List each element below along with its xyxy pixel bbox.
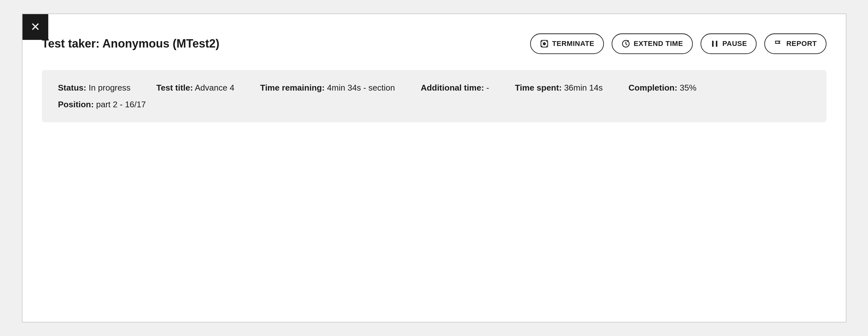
pause-icon [710,39,719,48]
main-window: ✕ Test taker: Anonymous (MTest2) TERMINA… [22,13,846,323]
report-button[interactable]: REPORT [764,33,826,54]
svg-rect-4 [716,41,717,47]
status-item: Status: In progress [58,83,130,93]
time-spent-label: Time spent: [515,83,562,93]
completion-value-text: 35% [680,83,696,93]
extend-time-label: EXTEND TIME [633,39,683,48]
position-value-text: part 2 - 16/17 [96,100,146,109]
status-value-text: In progress [88,83,130,93]
info-panel: Status: In progress Test title: Advance … [42,70,827,122]
svg-rect-3 [712,41,713,47]
time-remaining-item: Time remaining: 4min 34s - section [260,83,395,93]
test-title-item: Test title: Advance 4 [156,83,235,93]
completion-item: Completion: 35% [628,83,696,93]
status-label: Status: [58,83,86,93]
close-button[interactable]: ✕ [23,14,48,40]
terminate-icon [540,39,549,48]
time-remaining-value-text: 4min 34s - section [327,83,395,93]
extend-time-button[interactable]: EXTEND TIME [612,33,692,54]
info-row-1: Status: In progress Test title: Advance … [58,83,810,93]
page-title: Test taker: Anonymous (MTest2) [42,37,219,51]
report-label: REPORT [786,39,816,48]
pause-button[interactable]: PAUSE [700,33,756,54]
test-title-value-text: Advance 4 [194,83,234,93]
position-label: Position: [58,100,94,109]
header: Test taker: Anonymous (MTest2) TERMINATE [23,14,846,64]
time-remaining-label: Time remaining: [260,83,325,93]
terminate-label: TERMINATE [552,39,594,48]
position-item: Position: part 2 - 16/17 [58,100,146,109]
info-row-2: Position: part 2 - 16/17 [58,100,810,109]
additional-time-label: Additional time: [421,83,484,93]
report-icon [774,39,783,48]
additional-time-item: Additional time: - [421,83,489,93]
time-spent-value-text: 36min 14s [564,83,602,93]
pause-label: PAUSE [722,39,747,48]
close-icon: ✕ [31,21,40,33]
time-spent-item: Time spent: 36min 14s [515,83,602,93]
completion-label: Completion: [628,83,677,93]
additional-time-value-text: - [486,83,489,93]
terminate-button[interactable]: TERMINATE [530,33,604,54]
extend-time-icon [621,39,630,48]
test-title-label: Test title: [156,83,193,93]
action-buttons: TERMINATE EXTEND TIME [530,33,827,54]
